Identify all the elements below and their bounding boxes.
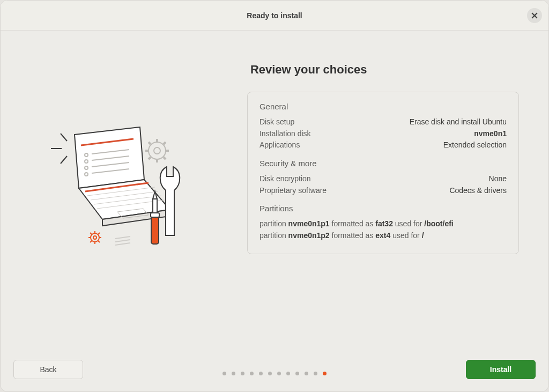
row-disk-setup: Disk setup Erase disk and install Ubuntu [259,116,507,128]
window-title: Ready to install [247,11,302,20]
value: nvme0n1 [474,128,507,140]
svg-point-31 [91,233,99,242]
value: Erase disk and install Ubuntu [410,116,507,128]
svg-line-2 [61,156,67,164]
svg-line-12 [164,142,166,144]
label: Proprietary software [259,185,327,197]
button-label: Back [40,365,56,374]
svg-line-39 [90,241,92,242]
svg-point-3 [149,142,166,159]
label: Disk setup [259,116,294,128]
svg-point-4 [154,147,160,154]
laptop-tools-illustration [49,120,199,259]
content-area: Review your choices General Disk setup E… [1,31,548,347]
footer: Back Install [1,347,548,391]
svg-line-40 [98,233,100,234]
page-heading: Review your choices [250,63,519,77]
close-icon [531,12,538,19]
button-label: Install [490,365,511,374]
svg-line-42 [115,240,130,242]
svg-line-41 [115,236,130,239]
label: Disk encryption [259,173,311,185]
row-disk-encryption: Disk encryption None [259,173,507,185]
section-title-general: General [259,102,507,111]
svg-line-38 [98,241,100,242]
value: Extended selection [443,139,507,151]
svg-line-0 [61,134,67,141]
close-button[interactable] [527,8,542,23]
installer-window: Ready to install [0,0,549,392]
summary-pane: Review your choices General Disk setup E… [247,31,548,347]
svg-point-32 [93,236,97,239]
install-button[interactable]: Install [466,360,536,379]
partition-line: partition nvme0n1p2 formatted as ext4 us… [259,230,507,242]
svg-rect-44 [151,216,159,244]
svg-line-9 [149,142,151,144]
svg-line-37 [90,233,92,234]
label: Installation disk [259,128,311,140]
svg-marker-13 [75,127,144,188]
back-button[interactable]: Back [13,360,83,379]
section-title-security: Security & more [259,159,507,168]
svg-rect-47 [151,213,159,217]
section-title-partitions: Partitions [259,204,507,213]
row-applications: Applications Extended selection [259,139,507,151]
summary-card: General Disk setup Erase disk and instal… [247,92,519,254]
row-installation-disk: Installation disk nvme0n1 [259,128,507,140]
value: None [489,173,507,185]
titlebar: Ready to install [1,1,548,31]
value: Codecs & drivers [449,185,507,197]
svg-line-43 [115,243,130,245]
svg-line-10 [164,157,166,159]
partition-line: partition nvme0n1p1 formatted as fat32 u… [259,218,507,230]
svg-line-11 [149,157,151,159]
label: Applications [259,139,300,151]
illustration-pane [1,31,247,347]
row-proprietary-software: Proprietary software Codecs & drivers [259,185,507,197]
